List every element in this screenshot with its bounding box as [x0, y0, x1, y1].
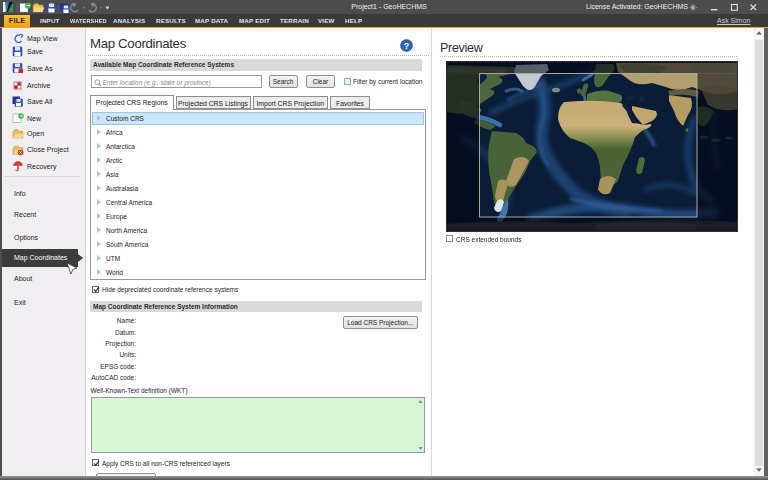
- svg-text:?: ?: [404, 41, 410, 51]
